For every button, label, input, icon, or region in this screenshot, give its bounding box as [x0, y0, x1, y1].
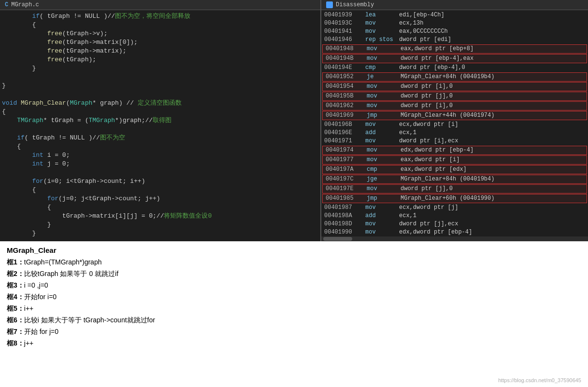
code-token: 取得图 — [153, 116, 172, 125]
code-token: if — [17, 134, 25, 142]
code-token: 将矩阵数值全设0 — [164, 212, 212, 221]
disasm-line: 00401985jmpMGraph_Clear+60h (00401990) — [322, 194, 587, 203]
code-line: void MGraph_Clear(MGraph* graph) // 定义清空… — [0, 99, 320, 108]
disasm-mnemonic: mov — [367, 55, 401, 63]
code-indent — [2, 64, 32, 73]
disasm-address: 0040197A — [326, 166, 367, 174]
disasm-operands: MGraph_Clear+60h (00401990) — [401, 194, 494, 203]
code-indent — [2, 203, 47, 212]
code-line — [0, 125, 320, 134]
annotation-text: i =0 ,j=0 — [24, 281, 48, 289]
disasm-mnemonic: jge — [367, 175, 401, 183]
disasm-address: 00401971 — [324, 137, 365, 145]
code-line: int i = 0; — [0, 151, 320, 160]
annotation-label: 框4： — [7, 293, 24, 301]
annotation-label: 框1： — [7, 258, 24, 266]
code-line: { — [0, 186, 320, 194]
code-token: 图不为空 — [100, 134, 125, 142]
disasm-mnemonic: mov — [367, 83, 401, 91]
disasm-line: 0040196Bmovecx,dword ptr [i] — [321, 121, 588, 129]
disasm-mnemonic: mov — [367, 146, 401, 154]
source-filename: MGraph.c — [11, 1, 39, 8]
disasm-line: 0040194Ecmpdword ptr [ebp-4],0 — [321, 64, 588, 72]
code-token: * graph) // — [92, 99, 138, 108]
disasm-operands: edx,dword ptr [ebp-4] — [401, 146, 473, 154]
disasm-line: 0040197CjgeMGraph_Clear+84h (004019b4) — [322, 175, 587, 184]
code-line — [0, 73, 320, 82]
annotation-text: 开始for i=0 — [24, 293, 57, 301]
disasm-operands: eax,dword ptr [i] — [401, 156, 459, 164]
disasm-address: 0040193C — [324, 19, 365, 28]
disasm-line: 0040193Cmovecx,13h — [321, 19, 588, 28]
code-token: { — [17, 142, 21, 151]
source-code-area: if( tGraph != NULL )//图不为空，将空间全部释放 { fre… — [0, 10, 320, 241]
disasm-line: 0040198Aaddecx,1 — [321, 212, 588, 220]
disasm-line: 00401939leaedi,[ebp-4Ch] — [321, 11, 588, 19]
code-line: } — [0, 64, 320, 73]
annotation-item: 框2：比较tGraph 如果等于 0 就跳过if — [7, 268, 581, 279]
disasm-address: 0040198D — [324, 220, 365, 228]
code-token: ( — [66, 99, 70, 108]
code-token: free — [47, 55, 62, 64]
disasm-line: 00401952jeMGraph_Clear+84h (004019b4) — [322, 72, 587, 82]
disasm-scrollbar[interactable] — [323, 237, 352, 241]
disasm-line: 0040195Bmovdword ptr [j],0 — [322, 92, 587, 101]
disasm-address: 00401977 — [326, 156, 367, 164]
disasm-operands: dword ptr [j],0 — [401, 185, 453, 193]
disasm-mnemonic: mov — [367, 102, 401, 110]
code-token: j = 0; — [43, 160, 70, 168]
code-token: (tGraph->v); — [62, 29, 108, 38]
disasm-operands: eax,dword ptr [ebp+8] — [401, 45, 473, 53]
code-token: ( tGraph != NULL )// — [25, 134, 100, 142]
disasm-operands: eax,0CCCCCCCCh — [399, 28, 448, 36]
code-token: (j=0; j<tGraph->count; j++) — [58, 194, 160, 203]
disasm-mnemonic: mov — [365, 220, 399, 228]
disasm-line: 0040197Emovdword ptr [j],0 — [322, 184, 587, 194]
disasm-mnemonic: mov — [365, 28, 399, 36]
code-token: { — [2, 108, 6, 116]
code-token: if — [32, 12, 40, 21]
annotation-label: 框3： — [7, 281, 24, 289]
disasm-operands: dword ptr [j],ecx — [399, 220, 458, 228]
code-token: ( tGraph != NULL )// — [40, 12, 115, 21]
disasm-operands: dword ptr [ebp-4],eax — [401, 55, 473, 63]
code-line: { — [0, 108, 320, 116]
code-line: { — [0, 142, 320, 151]
code-line: for(j=0; j<tGraph->count; j++) — [0, 194, 320, 203]
code-token: i = 0; — [43, 151, 70, 160]
disasm-line: 00401990movedx,dword ptr [ebp-4] — [321, 228, 588, 236]
code-line: } — [0, 229, 320, 238]
code-line: if( tGraph != NULL )//图不为空 — [0, 134, 320, 142]
disasm-mnemonic: cmp — [367, 166, 401, 174]
disasm-address: 00401990 — [324, 228, 365, 236]
code-indent — [2, 142, 17, 151]
code-token: free — [47, 38, 62, 47]
disasm-address: 00401946 — [324, 36, 365, 44]
disasm-address: 00401948 — [326, 45, 367, 53]
disasm-operands: eax,dword ptr [edx] — [401, 166, 467, 174]
disasm-address: 0040198A — [324, 212, 365, 220]
code-indent — [2, 47, 47, 55]
disasm-operands: dword ptr [j],0 — [401, 92, 453, 100]
disasm-line: 0040197Acmpeax,dword ptr [edx] — [322, 165, 587, 174]
code-token: for — [32, 177, 43, 186]
disasm-address: 00401985 — [326, 194, 367, 203]
annotation-area: MGraph_Clear 框1：tGraph=(TMGraph*)graph框2… — [0, 241, 588, 387]
code-line: { — [0, 203, 320, 212]
disasm-scrollbar-area[interactable] — [321, 236, 588, 241]
disasm-mnemonic: mov — [365, 137, 399, 145]
disasm-line: 00401987movecx,dword ptr [j] — [321, 204, 588, 212]
disasm-line: 00401971movdword ptr [i],ecx — [321, 137, 588, 145]
disasm-operands: dword ptr [edi] — [399, 36, 451, 44]
code-token: *)graph;// — [115, 116, 153, 125]
disasm-line: 00401977moveax,dword ptr [i] — [322, 155, 587, 165]
disasm-line: 0040198Dmovdword ptr [j],ecx — [321, 220, 588, 228]
code-indent — [2, 55, 47, 64]
code-token: int — [32, 151, 43, 160]
code-line: } — [0, 221, 320, 229]
annotation-label: 框8： — [7, 339, 24, 347]
code-token: TMGraph — [17, 116, 43, 125]
annotation-item: 框7：开始 for j=0 — [7, 326, 581, 337]
disasm-operands: dword ptr [ebp-4],0 — [399, 64, 465, 72]
disasm-panel-title: Disassembly — [321, 0, 588, 10]
